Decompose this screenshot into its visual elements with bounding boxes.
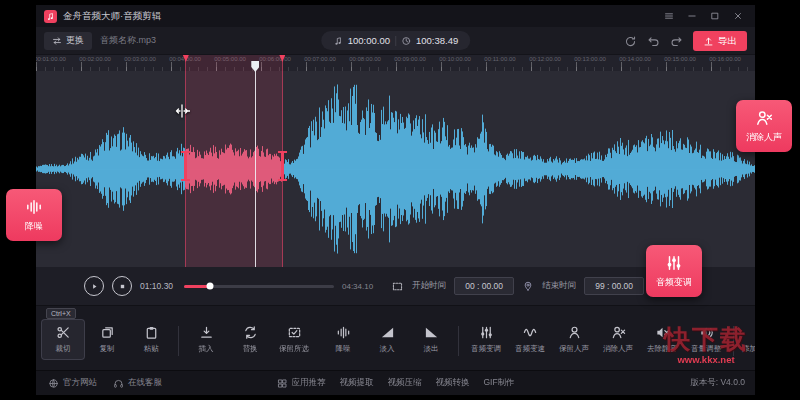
tool-label: 替换 — [243, 344, 258, 354]
selection-region[interactable] — [185, 55, 284, 267]
keep-selection-icon — [287, 325, 302, 340]
status-label: GIF制作 — [483, 377, 514, 389]
end-time-input[interactable]: 99 : 00.00 — [584, 277, 644, 295]
ruler-label: 00:11:00.00 — [484, 56, 515, 62]
divider — [733, 326, 734, 356]
refresh-button[interactable] — [624, 34, 637, 52]
menu-icon — [664, 11, 674, 21]
callout-remove-vocal-button[interactable]: 消除人声 — [736, 100, 792, 152]
tool-pitch[interactable]: 音频变调 — [465, 320, 507, 359]
status-label: 视频压缩 — [387, 377, 421, 389]
minimize-button[interactable] — [683, 8, 701, 24]
progress-handle[interactable] — [206, 283, 213, 290]
divider — [395, 36, 396, 46]
ruler-label: 00:12:00.00 — [529, 56, 561, 62]
duration-value: 100:00.00 — [348, 35, 390, 46]
scissors-icon — [56, 325, 71, 340]
volume-icon — [699, 325, 714, 340]
end-time-label: 结束时间 — [542, 280, 576, 292]
speed-icon — [523, 325, 538, 340]
duration-icon — [333, 36, 343, 46]
selection-right-handle[interactable] — [281, 153, 284, 179]
tool-bgm[interactable]: 添加背景音乐 — [740, 320, 755, 359]
callout-pitch-button[interactable]: 音频变调 — [646, 245, 702, 297]
play-icon — [90, 282, 99, 291]
waveform-area[interactable] — [36, 71, 755, 267]
tool-label: 音频变速 — [515, 344, 545, 354]
callout-label: 消除人声 — [746, 131, 782, 144]
waveform-canvas[interactable] — [36, 71, 755, 267]
status-label: 视频转换 — [435, 377, 469, 389]
pitch-icon — [479, 325, 494, 340]
tools-row: Ctrl+X 裁切复制粘贴插入替换保留所选 降噪淡入淡出音频变调音频变速保留人声… — [36, 305, 755, 372]
replace-file-button[interactable]: 更换 — [44, 32, 92, 50]
tool-remove-vocal[interactable]: 消除人声 — [597, 320, 639, 359]
tool-keep-vocal[interactable]: 保留人声 — [553, 320, 595, 359]
divider — [458, 326, 459, 356]
export-button[interactable]: 导出 — [693, 31, 747, 51]
callout-denoise-button[interactable]: 降噪 — [6, 189, 62, 241]
start-time-input[interactable]: 00 : 00.00 — [454, 277, 514, 295]
minimize-icon — [687, 11, 697, 21]
tool-replace[interactable]: 替换 — [229, 320, 271, 359]
total-time: 04:34.10 — [342, 282, 373, 291]
tool-keep-selection[interactable]: 保留所选 — [273, 320, 315, 359]
time-display: 100:00.00 100:38.49 — [321, 31, 471, 50]
title-bar: 金舟音频大师·音频剪辑 — [36, 5, 755, 27]
ruler-label: 00:08:00.00 — [349, 56, 381, 62]
resize-cursor-icon — [174, 103, 190, 119]
close-button[interactable] — [729, 8, 747, 24]
pitch-icon — [665, 254, 683, 272]
redo-button[interactable] — [670, 34, 683, 52]
tool-paste[interactable]: 粘贴 — [130, 320, 172, 359]
tool-volume[interactable]: 音量调整 — [685, 320, 727, 359]
tool-copy[interactable]: 复制 — [86, 320, 128, 359]
ruler-label: 00:07:00.00 — [304, 56, 336, 62]
ruler-label: 00:09:00.00 — [394, 56, 426, 62]
status-bar: 官方网站在线客服 应用推荐视频提取视频压缩视频转换GIF制作 版本号: V4.0… — [36, 370, 755, 395]
tool-fade-out[interactable]: 淡出 — [410, 320, 452, 359]
start-pin-icon[interactable] — [522, 280, 534, 292]
status-link[interactable]: 官方网站 — [48, 377, 97, 389]
stop-button[interactable] — [112, 276, 132, 296]
status-app-link[interactable]: GIF制作 — [483, 377, 514, 389]
status-label: 应用推荐 — [291, 377, 325, 389]
ruler-label: 00:15:00.00 — [664, 56, 696, 62]
tool-scissors[interactable]: 裁切 — [42, 320, 84, 359]
screen: 金舟音频大师·音频剪辑 更换 音频名称.mp3 100:00.00 100:38… — [0, 0, 800, 400]
tool-insert[interactable]: 插入 — [185, 320, 227, 359]
stop-icon — [118, 282, 127, 291]
callout-label: 降噪 — [25, 220, 43, 233]
tool-fade-in[interactable]: 淡入 — [366, 320, 408, 359]
tool-speed[interactable]: 音频变速 — [509, 320, 551, 359]
playhead[interactable] — [255, 61, 256, 267]
tool-remove-silence[interactable]: 去除静音 — [641, 320, 683, 359]
progress-slider[interactable] — [184, 285, 334, 288]
status-app-link[interactable]: 应用推荐 — [276, 377, 325, 389]
maximize-button[interactable] — [706, 8, 724, 24]
tool-label: 音频变调 — [471, 344, 501, 354]
swap-icon — [52, 36, 62, 46]
tool-denoise[interactable]: 降噪 — [322, 320, 364, 359]
tool-label: 音量调整 — [691, 344, 721, 354]
timeline-ruler[interactable]: 00:01:00.0000:02:00.0000:03:00.0000:04:0… — [36, 55, 755, 72]
fade-out-icon — [424, 325, 439, 340]
status-app-link[interactable]: 视频转换 — [435, 377, 469, 389]
selection-box-icon — [391, 280, 404, 293]
status-link[interactable]: 在线客服 — [113, 377, 162, 389]
ruler-label: 00:02:00.00 — [79, 56, 111, 62]
selection-left-handle[interactable] — [184, 153, 187, 179]
file-name: 音频名称.mp3 — [100, 34, 156, 47]
status-app-link[interactable]: 视频压缩 — [387, 377, 421, 389]
tool-label: 淡出 — [424, 344, 439, 354]
insert-icon — [199, 325, 214, 340]
ruler-label: 00:01:00.00 — [36, 56, 66, 62]
undo-button[interactable] — [647, 34, 660, 52]
play-button[interactable] — [84, 276, 104, 296]
status-label: 视频提取 — [339, 377, 373, 389]
ruler-label: 00:16:00.00 — [709, 56, 741, 62]
start-time-label: 开始时间 — [412, 280, 446, 292]
ruler-label: 00:03:00.00 — [124, 56, 156, 62]
status-app-link[interactable]: 视频提取 — [339, 377, 373, 389]
menu-button[interactable] — [660, 8, 678, 24]
